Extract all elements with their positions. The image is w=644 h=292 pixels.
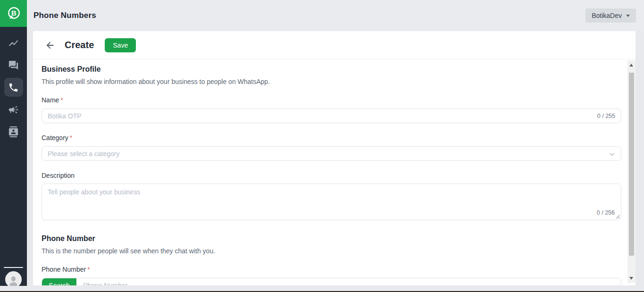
description-label: Description — [42, 172, 621, 179]
chevron-down-icon — [609, 151, 615, 158]
svg-text:B: B — [11, 9, 17, 17]
arrow-left-icon — [45, 40, 55, 50]
chat-icon — [8, 60, 19, 71]
phone-number-label-text: Phone Number — [42, 266, 86, 273]
name-char-counter: 0 / 255 — [597, 113, 615, 119]
scrollbar-down-arrow-icon[interactable] — [629, 277, 633, 280]
required-asterisk: * — [87, 266, 90, 273]
scrollbar-thumb[interactable] — [629, 73, 634, 256]
resize-handle-icon[interactable] — [616, 215, 620, 219]
name-label-text: Name — [42, 96, 59, 104]
save-button[interactable]: Save — [105, 38, 136, 52]
sidebar-item-campaigns[interactable] — [4, 100, 23, 119]
sidebar-item-analytics[interactable] — [4, 33, 23, 52]
phone-number-input-group: Search — [42, 278, 621, 285]
megaphone-icon — [8, 104, 19, 115]
sidebar-divider — [4, 267, 23, 268]
chart-icon — [8, 38, 19, 49]
description-textarea[interactable] — [42, 184, 621, 220]
content-card: Create Save Business Profile This profil… — [33, 31, 636, 285]
required-asterisk: * — [70, 134, 72, 142]
phone-number-description: This is the number people will see when … — [42, 247, 621, 255]
phone-number-heading: Phone Number — [42, 234, 621, 243]
phone-number-label: Phone Number* — [42, 266, 621, 273]
business-profile-description: This profile will show information about… — [42, 78, 621, 85]
whatsapp-bubble-icon: B — [4, 4, 23, 23]
contacts-icon — [8, 126, 19, 137]
user-avatar[interactable] — [5, 271, 22, 286]
category-select-placeholder: Please select a category — [48, 150, 120, 158]
create-page-title: Create — [65, 40, 94, 50]
sidebar-nav — [0, 33, 27, 141]
name-input[interactable] — [42, 108, 621, 123]
person-icon — [6, 273, 21, 286]
name-input-wrap: 0 / 255 — [42, 108, 621, 123]
business-profile-heading: Business Profile — [42, 65, 621, 74]
app-logo[interactable]: B — [0, 0, 27, 27]
name-label: Name* — [42, 96, 621, 104]
category-label: Category* — [42, 134, 621, 142]
phone-number-input[interactable] — [76, 278, 621, 285]
sidebar: B — [0, 0, 27, 286]
top-header: Phone Numbers BotikaDev — [27, 0, 644, 31]
description-char-counter: 0 / 256 — [597, 209, 615, 216]
phone-icon — [8, 82, 19, 93]
category-select[interactable]: Please select a category — [42, 146, 621, 161]
sidebar-item-phone-numbers[interactable] — [4, 78, 23, 97]
scrollbar-up-arrow-icon[interactable] — [629, 64, 633, 67]
create-form: Business Profile This profile will show … — [42, 61, 621, 285]
page-title: Phone Numbers — [33, 11, 96, 20]
vertical-scrollbar[interactable] — [627, 60, 636, 283]
sidebar-item-chats[interactable] — [4, 56, 23, 75]
caret-down-icon — [626, 15, 630, 17]
required-asterisk: * — [60, 96, 63, 104]
create-toolbar: Create Save — [33, 31, 636, 59]
workspace-selector-label: BotikaDev — [592, 12, 622, 19]
category-label-text: Category — [42, 134, 68, 142]
search-button[interactable]: Search — [42, 278, 76, 285]
back-button[interactable] — [45, 40, 56, 51]
description-textarea-wrap: 0 / 256 — [42, 184, 621, 220]
sidebar-footer — [0, 267, 27, 286]
workspace-selector[interactable]: BotikaDev — [585, 8, 636, 23]
sidebar-item-contacts[interactable] — [4, 122, 23, 141]
